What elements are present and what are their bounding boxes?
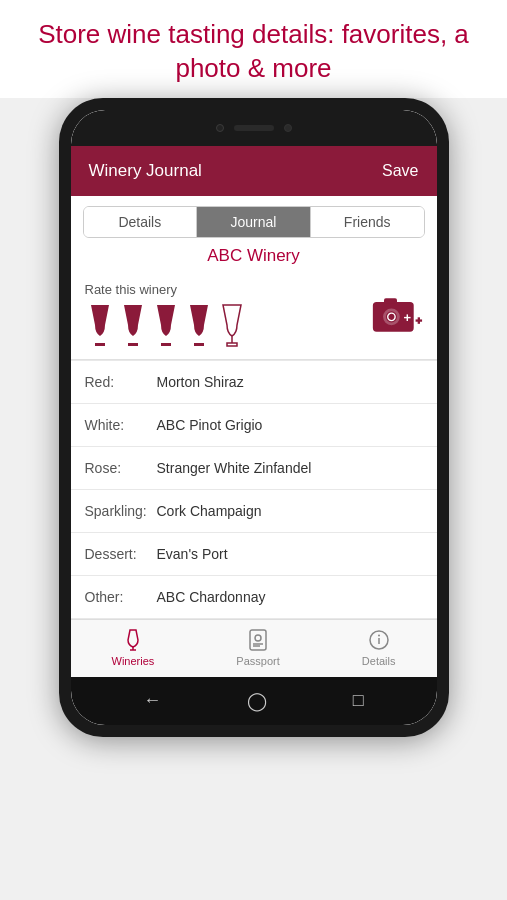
glass-filled-1[interactable] (85, 303, 115, 349)
wine-label-white: White: (85, 417, 157, 433)
recents-button[interactable]: □ (353, 690, 364, 711)
nav-passport-label: Passport (236, 655, 279, 667)
wine-row-rose: Rose: Stranger White Zinfandel (71, 447, 437, 490)
nav-details-label: Details (362, 655, 396, 667)
camera-icon: + (371, 294, 423, 336)
svg-rect-4 (384, 298, 397, 304)
wine-label-dessert: Dessert: (85, 546, 157, 562)
nav-details[interactable]: Details (362, 628, 396, 667)
passport-icon (244, 628, 272, 652)
wineries-icon (119, 628, 147, 652)
wine-label-rose: Rose: (85, 460, 157, 476)
front-camera (216, 124, 224, 132)
wine-value-dessert: Evan's Port (157, 546, 228, 562)
phone-inner: Winery Journal Save Details Journal Frie… (71, 110, 437, 725)
glass-filled-3[interactable] (151, 303, 181, 349)
sensor (284, 124, 292, 132)
wine-label-red: Red: (85, 374, 157, 390)
winery-name: ABC Winery (71, 246, 437, 266)
glass-empty-5[interactable] (217, 303, 247, 349)
tab-journal[interactable]: Journal (197, 207, 311, 237)
app-header: Winery Journal Save (71, 146, 437, 196)
top-banner: Store wine tasting details: favorites, a… (0, 0, 507, 98)
rating-section: Rate this winery (71, 276, 437, 360)
svg-point-16 (378, 634, 380, 636)
phone-bottom-bar: ← ◯ □ (71, 677, 437, 725)
glass-filled-4[interactable] (184, 303, 214, 349)
banner-text: Store wine tasting details: favorites, a… (30, 18, 477, 86)
wine-value-white: ABC Pinot Grigio (157, 417, 263, 433)
svg-text:+: + (403, 311, 411, 326)
wine-value-sparkling: Cork Champaign (157, 503, 262, 519)
wine-row-other: Other: ABC Chardonnay (71, 576, 437, 619)
camera-button[interactable]: + (371, 294, 423, 336)
nav-passport[interactable]: Passport (236, 628, 279, 667)
rating-left: Rate this winery (85, 282, 247, 349)
svg-rect-10 (250, 630, 266, 650)
wine-list: Red: Morton Shiraz White: ABC Pinot Grig… (71, 360, 437, 619)
bottom-nav: Wineries Passport (71, 619, 437, 677)
phone-top-bar (71, 110, 437, 146)
rating-label: Rate this winery (85, 282, 247, 297)
tab-details[interactable]: Details (84, 207, 198, 237)
wine-value-other: ABC Chardonnay (157, 589, 266, 605)
app-title: Winery Journal (89, 161, 202, 181)
tab-bar: Details Journal Friends (83, 206, 425, 238)
wine-label-other: Other: (85, 589, 157, 605)
wine-row-red: Red: Morton Shiraz (71, 360, 437, 404)
wine-row-dessert: Dessert: Evan's Port (71, 533, 437, 576)
nav-wineries-label: Wineries (112, 655, 155, 667)
glass-filled-2[interactable] (118, 303, 148, 349)
tab-friends[interactable]: Friends (311, 207, 424, 237)
home-button[interactable]: ◯ (247, 690, 267, 712)
back-button[interactable]: ← (143, 690, 161, 711)
wine-glasses[interactable] (85, 303, 247, 349)
details-nav-icon (365, 628, 393, 652)
speaker (234, 125, 274, 131)
wine-value-rose: Stranger White Zinfandel (157, 460, 312, 476)
wine-row-sparkling: Sparkling: Cork Champaign (71, 490, 437, 533)
svg-point-11 (255, 635, 261, 641)
wine-value-red: Morton Shiraz (157, 374, 244, 390)
phone-frame: Winery Journal Save Details Journal Frie… (59, 98, 449, 737)
wine-label-sparkling: Sparkling: (85, 503, 157, 519)
wine-row-white: White: ABC Pinot Grigio (71, 404, 437, 447)
nav-wineries[interactable]: Wineries (112, 628, 155, 667)
save-button[interactable]: Save (382, 162, 418, 180)
